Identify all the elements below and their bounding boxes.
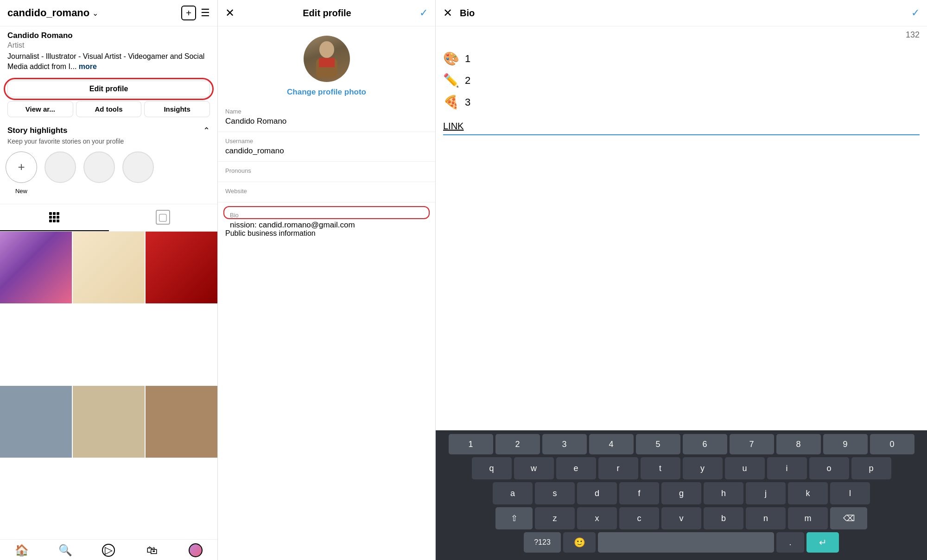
edit-profile-button[interactable]: Edit profile xyxy=(7,81,210,97)
reels-nav-item[interactable]: ▷ xyxy=(87,543,131,557)
highlight-circle-2[interactable] xyxy=(83,151,115,183)
home-icon: 🏠 xyxy=(15,544,29,557)
profile-photo-section: Change profile photo xyxy=(218,26,435,102)
key-l[interactable]: l xyxy=(830,482,870,504)
key-emoji[interactable]: 🙂 xyxy=(563,532,596,553)
key-w[interactable]: w xyxy=(514,457,554,479)
photo-cell-2[interactable] xyxy=(73,232,145,303)
key-c[interactable]: c xyxy=(619,507,659,529)
search-nav-item[interactable]: 🔍 xyxy=(44,543,87,557)
key-1[interactable]: 1 xyxy=(449,434,493,454)
username-label: Username xyxy=(225,138,428,145)
profile-bio: Journalist - Illustrator - Visual Artist… xyxy=(7,51,210,72)
shop-nav-item[interactable]: 🛍 xyxy=(130,543,174,557)
key-j[interactable]: j xyxy=(746,482,786,504)
new-highlight[interactable]: + New xyxy=(6,151,37,195)
key-g[interactable]: g xyxy=(661,482,701,504)
bio-emoji-item-2: ✏️ 2 xyxy=(443,73,920,88)
home-nav-item[interactable]: 🏠 xyxy=(0,543,44,557)
username-field[interactable]: Username candido_romano xyxy=(218,132,435,162)
key-4[interactable]: 4 xyxy=(589,434,634,454)
photo-cell-1[interactable] xyxy=(0,232,72,303)
name-value[interactable]: Candido Romano xyxy=(225,117,428,126)
name-field[interactable]: Name Candido Romano xyxy=(218,102,435,132)
story-highlights-collapse-icon[interactable]: ⌃ xyxy=(203,126,210,136)
key-9[interactable]: 9 xyxy=(823,434,868,454)
key-6[interactable]: 6 xyxy=(683,434,727,454)
key-m[interactable]: m xyxy=(788,507,828,529)
key-o[interactable]: o xyxy=(809,457,849,479)
key-5[interactable]: 5 xyxy=(636,434,680,454)
key-f[interactable]: f xyxy=(619,482,659,504)
add-highlight-circle[interactable]: + xyxy=(6,151,37,183)
delete-key[interactable]: ⌫ xyxy=(830,507,867,529)
key-7[interactable]: 7 xyxy=(730,434,774,454)
key-n[interactable]: n xyxy=(746,507,786,529)
key-2[interactable]: 2 xyxy=(495,434,540,454)
view-archive-button[interactable]: View ar... xyxy=(7,101,73,117)
key-u[interactable]: u xyxy=(725,457,765,479)
key-8[interactable]: 8 xyxy=(776,434,821,454)
photo-cell-6[interactable] xyxy=(146,386,217,458)
bio-more-link[interactable]: more xyxy=(79,63,97,70)
key-b[interactable]: b xyxy=(704,507,743,529)
bio-emoji-item-3: 🍕 3 xyxy=(443,94,920,110)
shift-key[interactable]: ⇧ xyxy=(495,507,533,529)
insights-button[interactable]: Insights xyxy=(144,101,210,117)
key-d[interactable]: d xyxy=(577,482,617,504)
key-z[interactable]: z xyxy=(535,507,575,529)
link-section[interactable]: LINK xyxy=(443,121,920,135)
edit-profile-title: Edit profile xyxy=(242,8,412,19)
num-3: 3 xyxy=(465,96,470,108)
key-enter[interactable]: ↵ xyxy=(806,532,839,553)
key-t[interactable]: t xyxy=(641,457,680,479)
website-field[interactable]: Website xyxy=(218,182,435,202)
close-button[interactable]: ✕ xyxy=(225,6,235,19)
bio-save-button[interactable]: ✓ xyxy=(911,7,920,19)
key-q[interactable]: q xyxy=(472,457,512,479)
name-label: Name xyxy=(225,108,428,115)
keyboard-a-row: a s d f g h j k l xyxy=(438,482,925,504)
pronouns-field[interactable]: Pronouns xyxy=(218,162,435,182)
photo-cell-5[interactable] xyxy=(73,386,145,458)
photo-cell-4[interactable] xyxy=(0,386,72,458)
key-3[interactable]: 3 xyxy=(542,434,587,454)
bio-close-button[interactable]: ✕ xyxy=(443,6,452,19)
key-k[interactable]: k xyxy=(788,482,828,504)
tagged-tab[interactable]: ▢ xyxy=(109,204,218,231)
key-e[interactable]: e xyxy=(556,457,596,479)
photo-cell-3[interactable] xyxy=(146,232,217,303)
bio-value[interactable]: nission: candid.romano@gmail.com xyxy=(230,220,423,230)
bio-label: Bio xyxy=(230,212,423,219)
key-r[interactable]: r xyxy=(598,457,638,479)
key-a[interactable]: a xyxy=(493,482,533,504)
bio-field[interactable]: Bio nission: candid.romano@gmail.com xyxy=(223,206,430,219)
highlight-circle-3[interactable] xyxy=(122,151,154,183)
chevron-down-icon[interactable]: ⌄ xyxy=(92,9,98,18)
profile-header: candido_romano ⌄ + ☰ xyxy=(0,0,217,26)
key-123[interactable]: ?123 xyxy=(524,532,561,553)
key-s[interactable]: s xyxy=(535,482,575,504)
key-0[interactable]: 0 xyxy=(870,434,914,454)
grid-tab[interactable] xyxy=(0,204,109,231)
num-1: 1 xyxy=(465,53,470,65)
highlight-circle-1[interactable] xyxy=(44,151,76,183)
story-highlights-title: Story highlights xyxy=(7,126,67,135)
profile-photo[interactable] xyxy=(304,36,350,82)
link-text[interactable]: LINK xyxy=(443,121,464,131)
ad-tools-button[interactable]: Ad tools xyxy=(76,101,142,117)
key-period[interactable]: . xyxy=(776,532,804,553)
add-post-button[interactable]: + xyxy=(181,6,196,20)
key-x[interactable]: x xyxy=(577,507,617,529)
key-i[interactable]: i xyxy=(767,457,807,479)
hamburger-menu-icon[interactable]: ☰ xyxy=(201,7,210,19)
key-v[interactable]: v xyxy=(661,507,701,529)
avatar-nav-item[interactable] xyxy=(174,543,217,557)
key-h[interactable]: h xyxy=(704,482,743,504)
key-space[interactable] xyxy=(598,532,774,553)
key-y[interactable]: y xyxy=(683,457,723,479)
key-p[interactable]: p xyxy=(851,457,891,479)
change-photo-button[interactable]: Change profile photo xyxy=(287,88,366,97)
username-value[interactable]: candido_romano xyxy=(225,146,428,156)
save-check-button[interactable]: ✓ xyxy=(419,7,428,19)
